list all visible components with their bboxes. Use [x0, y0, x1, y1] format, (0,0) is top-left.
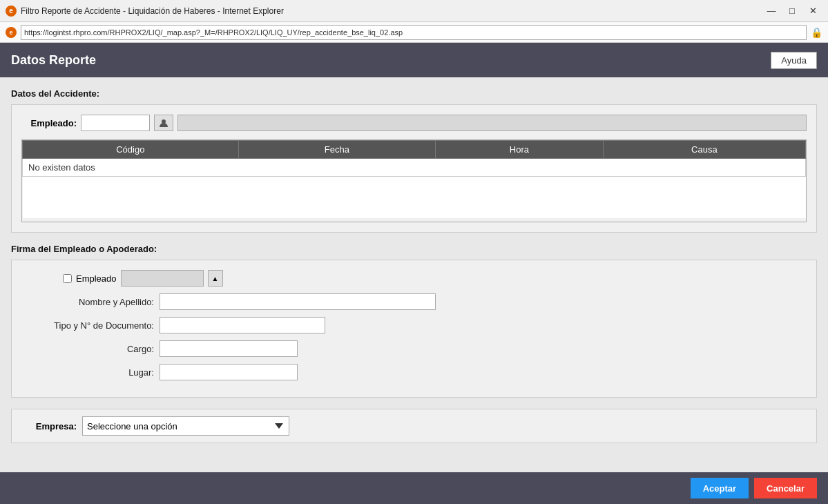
empleado-checkbox[interactable]: [63, 274, 72, 283]
empleado-row: Empleado:: [21, 115, 807, 131]
page-title: Datos Reporte: [11, 53, 96, 68]
empleado-check-row: Empleado ▲: [21, 270, 807, 287]
empresa-card: Empresa: Seleccione una opción: [11, 409, 817, 443]
content-area: Datos del Accidente: Empleado:: [0, 77, 828, 472]
cargo-label: Cargo:: [21, 344, 160, 354]
close-button[interactable]: ✕: [803, 3, 822, 19]
lock-icon: 🔒: [811, 27, 822, 38]
address-bar: e 🔒: [0, 22, 828, 43]
table-body: No existen datos: [23, 159, 806, 218]
browser-icon: e: [6, 6, 17, 17]
datos-accidente-card: Empleado: Código Fecha: [11, 104, 817, 233]
minimize-button[interactable]: —: [762, 3, 781, 19]
ayuda-button[interactable]: Ayuda: [771, 52, 817, 69]
col-causa: Causa: [603, 141, 805, 159]
browser-address-icon: e: [6, 27, 17, 38]
lugar-label: Lugar:: [21, 367, 160, 378]
empty-row-2: [23, 197, 806, 218]
lugar-input[interactable]: [160, 364, 298, 380]
aceptar-button[interactable]: Aceptar: [691, 478, 749, 498]
title-bar-left: e Filtro Reporte de Accidente - Liquidac…: [6, 6, 284, 17]
no-data-message: No existen datos: [23, 159, 806, 177]
title-bar: e Filtro Reporte de Accidente - Liquidac…: [0, 0, 828, 22]
empleado-code-input[interactable]: [81, 115, 150, 131]
empresa-label: Empresa:: [21, 421, 77, 432]
cargo-input[interactable]: [160, 340, 298, 357]
lugar-row: Lugar:: [21, 364, 807, 380]
window-title: Filtro Reporte de Accidente - Liquidació…: [21, 6, 284, 16]
main-area: Datos Reporte Ayuda Datos del Accidente:…: [0, 43, 828, 504]
tipo-doc-input[interactable]: [160, 317, 325, 333]
empresa-row: Empresa: Seleccione una opción: [21, 416, 807, 436]
user-icon: [159, 118, 169, 128]
title-bar-controls: — □ ✕: [762, 3, 822, 19]
empresa-select[interactable]: Seleccione una opción: [82, 416, 289, 436]
header-bar: Datos Reporte Ayuda: [0, 43, 828, 77]
tipo-doc-row: Tipo y N° de Documento:: [21, 317, 807, 333]
col-codigo: Código: [23, 141, 239, 159]
empleado-firma-input: [121, 270, 204, 287]
table-header-row: Código Fecha Hora Causa: [23, 141, 806, 159]
empleado-label: Empleado:: [21, 118, 77, 128]
maximize-button[interactable]: □: [782, 3, 802, 19]
empleado-search-button[interactable]: [154, 115, 173, 131]
firma-card: Empleado ▲ Nombre y Apellido: Tipo y N° …: [11, 260, 817, 398]
empty-row-1: [23, 177, 806, 197]
col-hora: Hora: [436, 141, 604, 159]
accidente-table: Código Fecha Hora Causa No existen datos: [22, 140, 806, 218]
no-data-row: No existen datos: [23, 159, 806, 177]
empleado-check-label: Empleado: [76, 273, 117, 284]
accidente-table-container: Código Fecha Hora Causa No existen datos: [21, 139, 807, 222]
nombre-label: Nombre y Apellido:: [21, 297, 160, 307]
nombre-row: Nombre y Apellido:: [21, 293, 807, 310]
footer-bar: Aceptar Cancelar: [0, 472, 828, 504]
address-input[interactable]: [21, 25, 807, 40]
tipo-doc-label: Tipo y N° de Documento:: [21, 320, 160, 331]
datos-accidente-title: Datos del Accidente:: [11, 88, 817, 99]
empleado-up-button[interactable]: ▲: [208, 270, 223, 287]
empleado-name-input: [177, 115, 807, 131]
nombre-input[interactable]: [160, 293, 436, 310]
col-fecha: Fecha: [238, 141, 435, 159]
cancelar-button[interactable]: Cancelar: [754, 478, 817, 498]
firma-section-title: Firma del Empleado o Apoderado:: [11, 244, 817, 254]
cargo-row: Cargo:: [21, 340, 807, 357]
